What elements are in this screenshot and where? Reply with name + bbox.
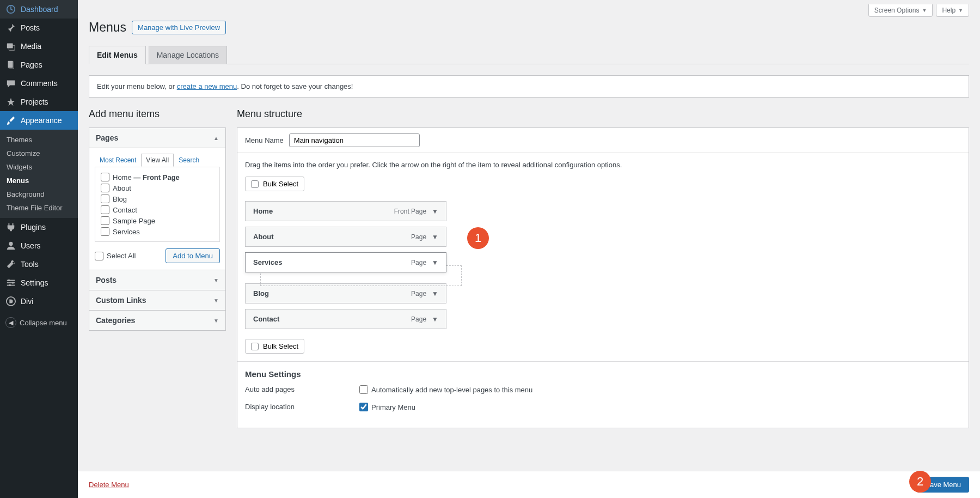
sidebar-item-pages[interactable]: Pages (0, 56, 78, 74)
screen-options-button[interactable]: Screen Options ▼ (868, 4, 933, 17)
sidebar-item-comments[interactable]: Comments (0, 74, 78, 93)
tab-view-all[interactable]: View All (141, 154, 174, 167)
screen-options-label: Screen Options (874, 7, 920, 14)
tab-most-recent[interactable]: Most Recent (95, 154, 141, 167)
sidebar-label: Settings (21, 278, 48, 287)
checkbox-home[interactable] (101, 173, 109, 181)
checkbox-contact[interactable] (101, 205, 109, 214)
checkbox-blog[interactable] (101, 195, 109, 203)
collapse-menu[interactable]: ◀ Collapse menu (0, 313, 78, 332)
auto-add-label: Auto add pages (245, 385, 359, 393)
tab-search[interactable]: Search (174, 154, 204, 167)
menu-item-home[interactable]: Home Front Page▼ (245, 201, 446, 221)
submenu-customize[interactable]: Customize (0, 147, 78, 160)
create-new-menu-link[interactable]: create a new menu (177, 82, 237, 90)
acc-categories-label: Categories (96, 316, 135, 325)
page-item-contact[interactable]: Contact (101, 204, 214, 215)
bulk-select-bottom-button[interactable]: Bulk Select (245, 339, 304, 354)
menu-item-services[interactable]: Services Page▼ (245, 252, 446, 272)
top-utility-bar: Screen Options ▼ Help ▼ (89, 4, 969, 17)
page-item-about[interactable]: About (101, 183, 214, 193)
sidebar-item-posts[interactable]: Posts (0, 19, 78, 37)
menu-item-blog[interactable]: Blog Page▼ (245, 283, 446, 303)
page-item-services[interactable]: Services (101, 226, 214, 237)
notice-pre: Edit your menu below, or (97, 82, 177, 90)
chevron-down-icon: ▼ (213, 297, 219, 303)
sidebar-item-settings[interactable]: Settings (0, 274, 78, 292)
acc-posts-header[interactable]: Posts ▼ (89, 270, 225, 290)
checkbox-about[interactable] (101, 184, 109, 192)
sidebar-item-media[interactable]: Media (0, 37, 78, 56)
sidebar-item-users[interactable]: Users (0, 236, 78, 255)
chevron-down-icon: ▼ (213, 277, 219, 283)
page-title: Menus (89, 20, 126, 35)
tab-manage-locations[interactable]: Manage Locations (149, 46, 227, 64)
page-item-sample[interactable]: Sample Page (101, 215, 214, 226)
submenu-widgets[interactable]: Widgets (0, 160, 78, 174)
acc-categories-header[interactable]: Categories ▼ (89, 311, 225, 330)
display-location-label: Display location (245, 403, 359, 411)
sidebar-label: Posts (21, 23, 40, 32)
sidebar-item-dashboard[interactable]: Dashboard (0, 0, 78, 19)
manage-live-preview-button[interactable]: Manage with Live Preview (132, 21, 226, 34)
chevron-down-icon[interactable]: ▼ (432, 233, 438, 241)
acc-posts-label: Posts (96, 276, 117, 284)
chevron-down-icon[interactable]: ▼ (432, 259, 438, 266)
wrench-icon (5, 259, 16, 270)
menu-name-input[interactable] (289, 133, 420, 147)
acc-custom-links-header[interactable]: Custom Links ▼ (89, 290, 225, 311)
sidebar-item-appearance[interactable]: Appearance (0, 111, 78, 130)
admin-sidebar: Dashboard Posts Media Pages Comments Pro… (0, 0, 78, 461)
primary-menu-checkbox[interactable] (359, 403, 368, 411)
sidebar-item-projects[interactable]: Projects (0, 93, 78, 111)
sidebar-label: Plugins (21, 223, 46, 232)
chevron-down-icon[interactable]: ▼ (432, 290, 438, 297)
chevron-down-icon: ▼ (958, 8, 963, 13)
menu-item-contact[interactable]: Contact Page▼ (245, 309, 446, 329)
bulk-select-top-button[interactable]: Bulk Select (245, 177, 304, 191)
select-all-checkbox[interactable] (95, 252, 103, 260)
acc-pages-header[interactable]: Pages ▲ (89, 128, 225, 148)
submenu-background[interactable]: Background (0, 187, 78, 201)
page-header: Menus Manage with Live Preview (89, 20, 969, 35)
page-item-home[interactable]: Home — Front Page (101, 172, 214, 183)
acc-pages-body: Most Recent View All Search Home — Front… (89, 148, 225, 270)
sidebar-item-plugins[interactable]: Plugins (0, 218, 78, 236)
tab-edit-menus[interactable]: Edit Menus (89, 46, 146, 64)
svg-point-11 (9, 284, 11, 287)
auto-add-checkbox[interactable] (359, 385, 368, 394)
acc-custom-links-label: Custom Links (96, 296, 146, 305)
plug-icon (5, 222, 16, 233)
sidebar-label: Users (21, 241, 41, 250)
sidebar-item-tools[interactable]: Tools (0, 255, 78, 274)
menu-name-label: Menu Name (245, 136, 284, 144)
svg-point-10 (12, 282, 14, 284)
bulk-checkbox-icon (251, 180, 259, 188)
menu-item-about[interactable]: About Page▼ (245, 227, 446, 247)
sidebar-label: Comments (21, 79, 58, 88)
chevron-down-icon[interactable]: ▼ (432, 315, 438, 323)
chevron-down-icon[interactable]: ▼ (432, 208, 438, 215)
primary-menu-option[interactable]: Primary Menu (359, 403, 415, 411)
svg-rect-1 (7, 44, 13, 48)
columns: Add menu items Pages ▲ Most Recent View … (89, 108, 969, 428)
select-all-label[interactable]: Select All (95, 252, 136, 260)
page-item-blog[interactable]: Blog (101, 193, 214, 204)
dashboard-icon (5, 4, 16, 15)
add-to-menu-button[interactable]: Add to Menu (166, 248, 220, 263)
chevron-down-icon: ▼ (213, 318, 219, 324)
auto-add-option[interactable]: Automatically add new top-level pages to… (359, 385, 532, 394)
checkbox-sample[interactable] (101, 216, 109, 225)
checkbox-services[interactable] (101, 227, 109, 236)
submenu-themes[interactable]: Themes (0, 133, 78, 147)
sidebar-label: Pages (21, 60, 42, 69)
submenu-theme-file-editor[interactable]: Theme File Editor (0, 201, 78, 215)
submenu-menus[interactable]: Menus (0, 174, 78, 187)
svg-point-5 (9, 242, 13, 246)
sidebar-item-divi[interactable]: Divi (0, 292, 78, 311)
help-button[interactable]: Help ▼ (936, 4, 969, 17)
nav-tabs: Edit Menus Manage Locations (89, 46, 969, 64)
menu-structure-column: Menu structure Menu Name Drag the items … (237, 108, 969, 428)
collapse-label: Collapse menu (20, 319, 67, 327)
add-menu-items-column: Add menu items Pages ▲ Most Recent View … (89, 108, 226, 428)
